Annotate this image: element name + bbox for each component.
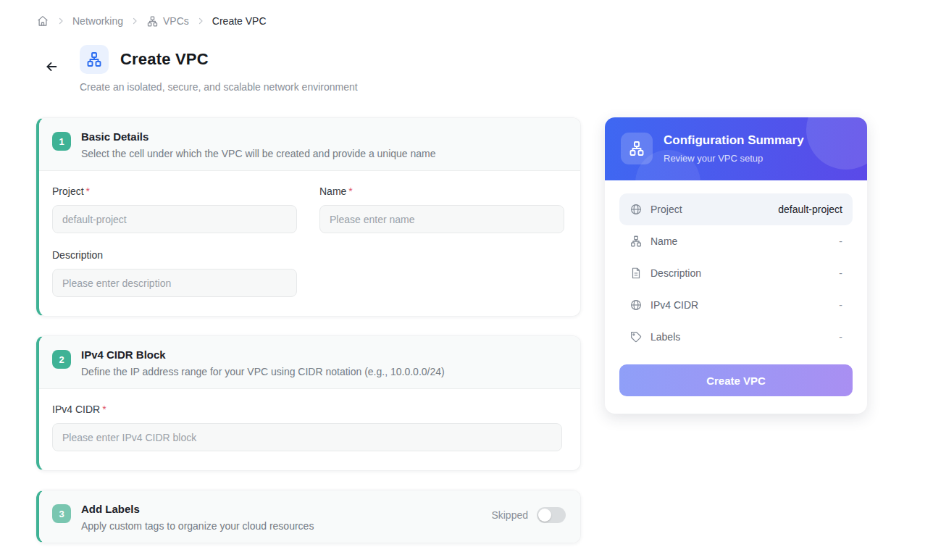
summary-title: Configuration Summary	[664, 133, 804, 148]
project-field: Project*	[52, 185, 297, 233]
name-field: Name*	[319, 185, 564, 233]
ipv4-cidr-input[interactable]	[52, 423, 562, 451]
page-header: Create VPC Create an isolated, secure, a…	[36, 45, 933, 93]
summary-row-description: Description -	[619, 257, 853, 289]
ipv4-cidr-field: IPv4 CIDR*	[52, 404, 563, 451]
section-basic-details-header: 1 Basic Details Select the cell under wh…	[39, 118, 580, 171]
create-vpc-page: Networking VPCs Create VPC	[0, 0, 933, 543]
summary-row-value: -	[839, 331, 842, 343]
summary-row-value: -	[839, 235, 842, 247]
summary-header: Configuration Summary Review your VPC se…	[605, 117, 867, 180]
page-title: Create VPC	[120, 50, 209, 69]
section-title: IPv4 CIDR Block	[81, 348, 445, 361]
summary-row-project: Project default-project	[619, 193, 853, 225]
summary-row-labels: Labels -	[619, 321, 853, 353]
summary-row-ipv4-cidr: IPv4 CIDR -	[619, 289, 853, 321]
chevron-right-icon	[130, 17, 139, 25]
vpc-icon	[80, 45, 109, 74]
section-description: Define the IP address range for your VPC…	[81, 366, 445, 377]
name-label: Name*	[319, 185, 564, 197]
step-badge-3: 3	[52, 504, 71, 523]
page-subtitle: Create an isolated, secure, and scalable…	[80, 81, 358, 93]
chevron-right-icon	[57, 17, 65, 25]
section-title: Basic Details	[81, 130, 436, 143]
section-add-labels-header: 3 Add Labels Apply custom tags to organi…	[39, 490, 580, 543]
summary-subtitle: Review your VPC setup	[664, 153, 804, 164]
section-ipv4-cidr-header: 2 IPv4 CIDR Block Define the IP address …	[39, 336, 580, 389]
configuration-summary-card: Configuration Summary Review your VPC se…	[605, 117, 867, 414]
create-vpc-button[interactable]: Create VPC	[619, 364, 853, 396]
description-input[interactable]	[52, 269, 297, 297]
globe-icon	[629, 298, 643, 312]
summary-row-label: Labels	[650, 331, 680, 343]
section-ipv4-cidr: 2 IPv4 CIDR Block Define the IP address …	[36, 335, 581, 471]
breadcrumb-home[interactable]	[36, 14, 49, 28]
step-badge-2: 2	[52, 350, 71, 369]
skipped-label: Skipped	[491, 509, 528, 521]
globe-icon	[629, 203, 643, 216]
summary-row-label: Name	[650, 235, 677, 247]
summary-row-value: -	[839, 267, 842, 279]
network-icon	[629, 235, 643, 248]
breadcrumb-vpcs-label: VPCs	[163, 15, 189, 27]
toggle-knob	[538, 509, 551, 522]
labels-skip-toggle[interactable]	[537, 507, 566, 523]
description-label: Description	[52, 249, 297, 261]
breadcrumb-current: Create VPC	[212, 15, 267, 27]
ipv4-cidr-label: IPv4 CIDR*	[52, 404, 563, 415]
summary-row-value: -	[839, 299, 842, 311]
network-icon	[146, 15, 159, 28]
back-button[interactable]	[39, 55, 64, 80]
description-field: Description	[52, 249, 297, 297]
section-description: Select the cell under which the VPC will…	[81, 148, 436, 159]
section-add-labels: 3 Add Labels Apply custom tags to organi…	[36, 490, 581, 543]
home-icon	[36, 14, 49, 28]
required-asterisk: *	[348, 185, 352, 197]
project-input[interactable]	[52, 205, 297, 233]
required-asterisk: *	[86, 185, 90, 197]
chevron-right-icon	[196, 17, 205, 25]
section-description: Apply custom tags to organize your cloud…	[81, 520, 314, 532]
vpc-icon	[621, 133, 653, 164]
tag-icon	[629, 330, 643, 343]
section-basic-details: 1 Basic Details Select the cell under wh…	[36, 117, 581, 317]
summary-rows: Project default-project Name -	[605, 180, 867, 353]
breadcrumb-vpcs[interactable]: VPCs	[146, 15, 189, 28]
summary-row-name: Name -	[619, 225, 853, 257]
required-asterisk: *	[102, 404, 106, 415]
summary-row-label: Project	[650, 204, 682, 215]
breadcrumb-networking[interactable]: Networking	[72, 15, 123, 27]
summary-row-label: IPv4 CIDR	[650, 299, 698, 311]
project-label: Project*	[52, 185, 297, 197]
summary-row-value: default-project	[778, 204, 842, 215]
document-icon	[629, 267, 643, 280]
decorative-circle	[806, 117, 867, 170]
arrow-left-icon	[43, 59, 59, 77]
breadcrumb: Networking VPCs Create VPC	[36, 13, 933, 29]
step-badge-1: 1	[52, 132, 71, 151]
summary-row-label: Description	[650, 267, 701, 279]
section-title: Add Labels	[81, 503, 314, 515]
name-input[interactable]	[319, 205, 564, 233]
